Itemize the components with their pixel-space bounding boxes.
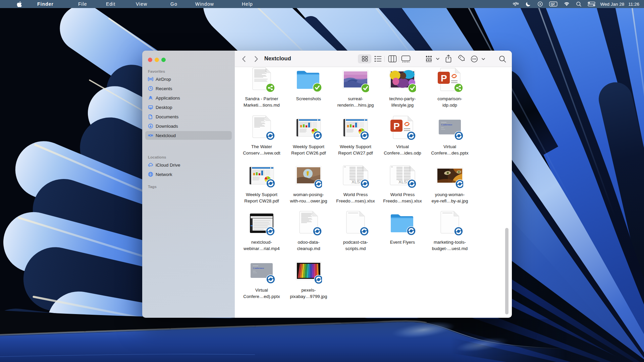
svg-text:P: P xyxy=(393,121,400,131)
svg-text:Conference: Conference xyxy=(441,123,452,126)
svg-text:P: P xyxy=(441,73,447,83)
svg-text:QZ: QZ xyxy=(551,2,555,6)
svg-text:Conference: Conference xyxy=(253,267,264,269)
